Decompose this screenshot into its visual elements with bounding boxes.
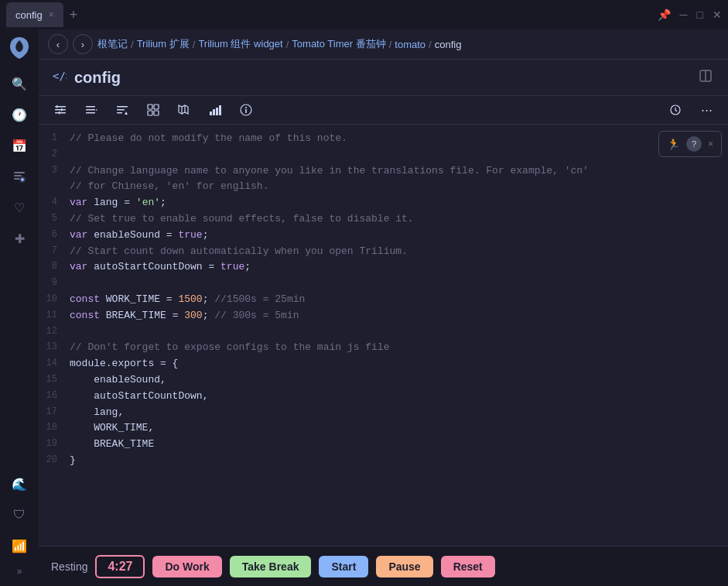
maximize-icon[interactable]: □ bbox=[697, 9, 703, 21]
svg-rect-25 bbox=[148, 111, 152, 115]
breadcrumb-item-trilium-ext[interactable]: Trilium 扩展 bbox=[137, 37, 190, 51]
code-line-3a: 3 // Change language name to anyone you … bbox=[39, 163, 728, 180]
svg-rect-12 bbox=[56, 105, 58, 108]
start-button[interactable]: Start bbox=[319, 556, 368, 577]
sidebar-item-layers[interactable]: 🌊 bbox=[5, 470, 33, 498]
sidebar-item-calendar-today[interactable]: 📅 bbox=[5, 132, 33, 159]
minimize-icon[interactable]: ─ bbox=[680, 9, 688, 21]
active-tab[interactable]: config × bbox=[6, 2, 63, 27]
take-break-button[interactable]: Take Break bbox=[230, 556, 312, 577]
toolbar-grid-btn[interactable] bbox=[141, 99, 166, 121]
layout-toggle-btn[interactable] bbox=[696, 66, 716, 89]
svg-rect-31 bbox=[213, 109, 215, 115]
code-line-6: 6 var enableSound = true; bbox=[39, 228, 728, 244]
sidebar-item-search[interactable]: 🔍 bbox=[5, 70, 33, 98]
svg-rect-11 bbox=[55, 112, 66, 114]
new-tab-btn[interactable]: + bbox=[70, 7, 78, 23]
breadcrumb-item-tomato-timer[interactable]: Tomato Timer 番茄钟 bbox=[292, 37, 385, 51]
svg-marker-27 bbox=[179, 105, 188, 114]
svg-rect-0 bbox=[14, 172, 25, 173]
sidebar-item-shield[interactable]: 🛡 bbox=[5, 501, 33, 529]
toolbar-properties-btn[interactable] bbox=[48, 99, 73, 121]
reset-button[interactable]: Reset bbox=[441, 556, 495, 577]
sidebar: 🔍 🕐 📅 ♡ ✚ 🌊 🛡 📶 » bbox=[0, 29, 39, 586]
sidebar-item-favorites[interactable]: ♡ bbox=[5, 194, 33, 221]
note-type-icon: </> bbox=[51, 68, 67, 87]
note-title: config bbox=[74, 69, 688, 87]
sidebar-item-wifi[interactable]: 📶 bbox=[5, 532, 33, 560]
status-resting-label: Resting bbox=[51, 560, 87, 573]
breadcrumb-sep-4: / bbox=[389, 39, 392, 50]
svg-rect-19 bbox=[117, 106, 128, 108]
code-line-13: 13 // Don't forget to expose configs to … bbox=[39, 340, 728, 356]
window-controls: 📌 ─ □ ✕ bbox=[658, 9, 722, 21]
note-header: </> config bbox=[39, 60, 728, 96]
svg-rect-14 bbox=[59, 111, 60, 115]
svg-rect-16 bbox=[86, 109, 95, 111]
sidebar-expand-btn[interactable]: » bbox=[14, 563, 26, 580]
sidebar-item-history[interactable]: 🕐 bbox=[5, 101, 33, 129]
breadcrumb-item-tomato[interactable]: tomato bbox=[395, 39, 426, 50]
toolbar-list-btn[interactable] bbox=[79, 99, 104, 121]
statusbar: Resting 4:27 Do Work Take Break Start Pa… bbox=[39, 546, 728, 586]
svg-rect-20 bbox=[117, 109, 125, 111]
breadcrumb-sep-5: / bbox=[429, 39, 432, 50]
code-line-15: 15 enableSound, bbox=[39, 372, 728, 389]
svg-rect-15 bbox=[86, 106, 95, 108]
main-area: 🔍 🕐 📅 ♡ ✚ 🌊 🛡 📶 » ‹ › bbox=[0, 29, 728, 586]
code-line-9: 9 bbox=[39, 276, 728, 292]
code-line-11: 11 const BREAK_TIME = 300; // 300s = 5mi… bbox=[39, 308, 728, 324]
code-line-4: 4 var lang = 'en'; bbox=[39, 195, 728, 211]
toolbar-chart-btn[interactable] bbox=[203, 99, 227, 121]
code-line-14: 14 module.exports = { bbox=[39, 356, 728, 372]
code-line-20: 20 } bbox=[39, 453, 728, 469]
do-work-button[interactable]: Do Work bbox=[152, 556, 221, 577]
breadcrumb: 根笔记 / Trilium 扩展 / Trilium 组件 widget / T… bbox=[97, 37, 461, 51]
toolbar-sort-btn[interactable] bbox=[110, 99, 135, 121]
code-line-8: 8 var autoStartCountDown = true; bbox=[39, 259, 728, 276]
pin-icon[interactable]: 📌 bbox=[658, 9, 671, 21]
notification-close-btn[interactable]: × bbox=[708, 139, 713, 149]
sidebar-item-new[interactable]: ✚ bbox=[5, 224, 33, 252]
breadcrumb-item-widget[interactable]: Trilium 组件 widget bbox=[198, 37, 282, 51]
breadcrumb-back-btn[interactable]: ‹ bbox=[48, 34, 68, 54]
code-line-3b: // for Chinese, 'en' for english. bbox=[39, 179, 728, 195]
close-window-icon[interactable]: ✕ bbox=[713, 9, 722, 21]
svg-rect-30 bbox=[210, 111, 212, 115]
breadcrumb-bar: ‹ › 根笔记 / Trilium 扩展 / Trilium 组件 widget… bbox=[39, 29, 728, 60]
notification-overlay: 🏃 ? × bbox=[658, 131, 722, 157]
toolbar-info-btn[interactable] bbox=[234, 99, 258, 121]
svg-rect-2 bbox=[14, 178, 20, 180]
content-pane: ‹ › 根笔记 / Trilium 扩展 / Trilium 组件 widget… bbox=[39, 29, 728, 586]
toolbar: ⋯ bbox=[39, 96, 728, 125]
sidebar-item-add-note[interactable] bbox=[5, 163, 33, 190]
code-line-19: 19 BREAK_TIME bbox=[39, 437, 728, 453]
code-content[interactable]: 1 // Please do not modify the name of th… bbox=[39, 125, 728, 475]
svg-rect-21 bbox=[117, 112, 122, 114]
breadcrumb-sep-1: / bbox=[131, 39, 134, 50]
code-line-5: 5 // Set true to enable sound effects, f… bbox=[39, 211, 728, 228]
svg-rect-23 bbox=[148, 105, 152, 109]
titlebar: config × + 📌 ─ □ ✕ bbox=[0, 0, 728, 29]
toolbar-map-btn[interactable] bbox=[172, 99, 197, 121]
svg-rect-33 bbox=[219, 105, 221, 115]
svg-rect-10 bbox=[55, 109, 66, 111]
help-icon[interactable]: ? bbox=[686, 136, 702, 152]
code-line-2: 2 bbox=[39, 147, 728, 163]
code-line-10: 10 const WORK_TIME = 1500; //1500s = 25m… bbox=[39, 292, 728, 308]
code-editor[interactable]: 🏃 ? × 1 // Please do not modify the name… bbox=[39, 125, 728, 546]
pause-button[interactable]: Pause bbox=[376, 556, 432, 577]
tab-close-btn[interactable]: × bbox=[49, 10, 54, 19]
svg-point-36 bbox=[245, 107, 247, 108]
toolbar-right: ⋯ bbox=[663, 99, 719, 121]
svg-rect-5 bbox=[21, 179, 25, 180]
svg-marker-22 bbox=[125, 111, 128, 115]
svg-text:</>: </> bbox=[53, 70, 67, 82]
code-line-7: 7 // Start count down automatically when… bbox=[39, 244, 728, 260]
code-line-17: 17 lang, bbox=[39, 405, 728, 421]
toolbar-more-btn[interactable]: ⋯ bbox=[694, 99, 719, 121]
svg-marker-18 bbox=[96, 109, 97, 111]
toolbar-history-btn[interactable] bbox=[663, 99, 688, 121]
breadcrumb-forward-btn[interactable]: › bbox=[73, 34, 93, 54]
breadcrumb-item-root[interactable]: 根笔记 bbox=[97, 37, 128, 51]
